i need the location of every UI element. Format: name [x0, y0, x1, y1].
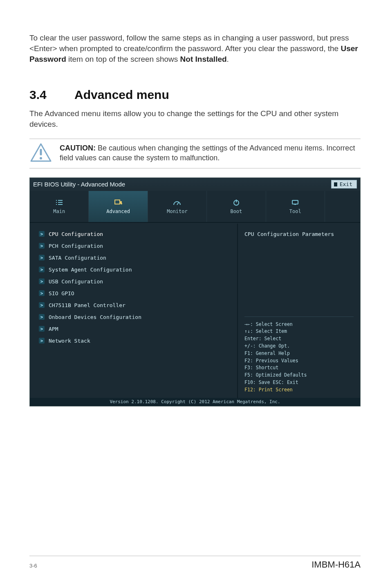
- menu-label: Onboard Devices Configuration: [49, 314, 141, 320]
- menu-label: CH7511B Panel Controller: [49, 302, 126, 308]
- help-line: ↑↓: Select Item: [244, 328, 354, 335]
- help-line: F10: Save ESC: Exit: [244, 379, 354, 386]
- chevron-right-icon: >: [39, 302, 45, 308]
- chevron-right-icon: >: [39, 314, 45, 320]
- chevron-right-icon: >: [39, 255, 45, 260]
- bios-titlebar: EFI BIOS Utility - Advanced Mode Exit: [30, 178, 360, 191]
- caution-block: CAUTION: Be cautious when changing the s…: [29, 139, 361, 168]
- gauge-icon: [173, 199, 182, 206]
- tool-icon: [291, 199, 300, 206]
- svg-point-2: [40, 157, 42, 159]
- menu-apm[interactable]: >APM: [39, 326, 233, 332]
- menu-system-agent-configuration[interactable]: >System Agent Configuration: [39, 267, 233, 273]
- help-line: F3: Shortcut: [244, 364, 354, 372]
- help-line: F5: Optimized Defaults: [244, 372, 354, 379]
- caution-body: Be cautious when changing the settings o…: [60, 144, 355, 162]
- bios-menu-pane: >CPU Configuration >PCH Configuration >S…: [30, 224, 238, 398]
- svg-line-12: [177, 202, 179, 205]
- bios-info-pane: CPU Configuration Parameters →←: Select …: [238, 224, 360, 398]
- section-number: 3.4: [29, 88, 74, 102]
- menu-label: PCH Configuration: [49, 243, 103, 249]
- menu-label: System Agent Configuration: [49, 267, 132, 273]
- bios-footer: Version 2.10.1208. Copyright (C) 2012 Am…: [30, 398, 360, 406]
- power-icon: [232, 199, 241, 206]
- menu-usb-configuration[interactable]: >USB Configuration: [39, 278, 233, 285]
- tab-boot[interactable]: Boot: [207, 191, 266, 222]
- chevron-right-icon: >: [39, 278, 45, 284]
- intro-bold-not-installed: Not Installed: [180, 55, 227, 63]
- menu-sata-configuration[interactable]: >SATA Configuration: [39, 255, 233, 261]
- menu-cpu-configuration[interactable]: >CPU Configuration: [39, 231, 233, 237]
- section-heading: 3.4Advanced menu: [29, 88, 361, 102]
- tab-monitor[interactable]: Monitor: [148, 191, 207, 222]
- help-line: +/-: Change Opt.: [244, 343, 354, 350]
- help-line: Enter: Select: [244, 335, 354, 343]
- menu-label: SATA Configuration: [49, 255, 106, 261]
- tab-monitor-label: Monitor: [167, 209, 188, 214]
- intro-text-end: .: [227, 55, 229, 63]
- svg-point-11: [121, 203, 122, 204]
- bios-help-block: →←: Select Screen ↑↓: Select Item Enter:…: [244, 316, 354, 394]
- svg-rect-15: [292, 200, 298, 204]
- chevron-right-icon: >: [39, 326, 45, 332]
- help-line-accent: F12: Print Screen: [244, 386, 354, 394]
- menu-sio-gpio[interactable]: >SIO GPIO: [39, 290, 233, 296]
- help-line: →←: Select Screen: [244, 321, 354, 328]
- help-line: F1: General Help: [244, 350, 354, 357]
- menu-label: USB Configuration: [49, 278, 103, 285]
- tab-advanced-label: Advanced: [106, 209, 130, 214]
- exit-button[interactable]: Exit: [331, 180, 357, 189]
- bios-title: EFI BIOS Utility - Advanced Mode: [33, 181, 125, 188]
- menu-label: APM: [49, 326, 58, 332]
- section-description: The Advanced menu items allow you to cha…: [29, 108, 361, 130]
- menu-ch7511b-panel-controller[interactable]: >CH7511B Panel Controller: [39, 302, 233, 308]
- caution-icon: [29, 143, 52, 162]
- tab-main-label: Main: [53, 209, 65, 214]
- tab-boot-label: Boot: [230, 209, 242, 214]
- caution-text: CAUTION: Be cautious when changing the s…: [60, 143, 361, 163]
- svg-rect-9: [115, 200, 120, 204]
- menu-network-stack[interactable]: >Network Stack: [39, 338, 233, 344]
- info-title: CPU Configuration Parameters: [244, 231, 354, 237]
- section-title-text: Advanced menu: [74, 88, 169, 101]
- tab-main[interactable]: Main: [30, 191, 89, 222]
- svg-rect-16: [294, 204, 296, 205]
- chevron-right-icon: >: [39, 338, 45, 343]
- menu-label: Network Stack: [49, 338, 90, 344]
- product-model: IMBM-H61A: [312, 559, 361, 570]
- menu-label: SIO GPIO: [49, 290, 74, 296]
- chevron-right-icon: >: [39, 243, 45, 249]
- list-icon: [55, 199, 64, 206]
- tab-empty: [325, 191, 360, 222]
- help-line: F2: Previous Values: [244, 357, 354, 365]
- chevron-right-icon: >: [39, 267, 45, 272]
- menu-pch-configuration[interactable]: >PCH Configuration: [39, 243, 233, 249]
- tab-tool-label: Tool: [289, 209, 301, 214]
- tab-advanced[interactable]: Advanced: [89, 191, 148, 222]
- exit-label: Exit: [340, 181, 352, 187]
- intro-text-mid: item on top of the screen shows: [66, 55, 180, 63]
- page-number: 3-6: [29, 563, 37, 569]
- tab-tool[interactable]: Tool: [266, 191, 325, 222]
- chevron-right-icon: >: [39, 290, 45, 296]
- svg-rect-1: [40, 149, 42, 155]
- menu-onboard-devices-configuration[interactable]: >Onboard Devices Configuration: [39, 314, 233, 320]
- chevron-right-icon: >: [39, 231, 45, 237]
- bios-window: EFI BIOS Utility - Advanced Mode Exit Ma…: [29, 177, 361, 406]
- page-footer: 3-6 IMBM-H61A: [29, 556, 361, 570]
- menu-label: CPU Configuration: [49, 231, 103, 237]
- caution-label: CAUTION:: [60, 144, 96, 152]
- intro-text-pre: To clear the user password, follow the s…: [29, 34, 349, 53]
- bios-tabs: Main Advanced Monitor Boot: [30, 191, 360, 223]
- exit-icon: [334, 182, 337, 186]
- chip-icon: [114, 199, 123, 206]
- intro-paragraph: To clear the user password, follow the s…: [29, 33, 361, 65]
